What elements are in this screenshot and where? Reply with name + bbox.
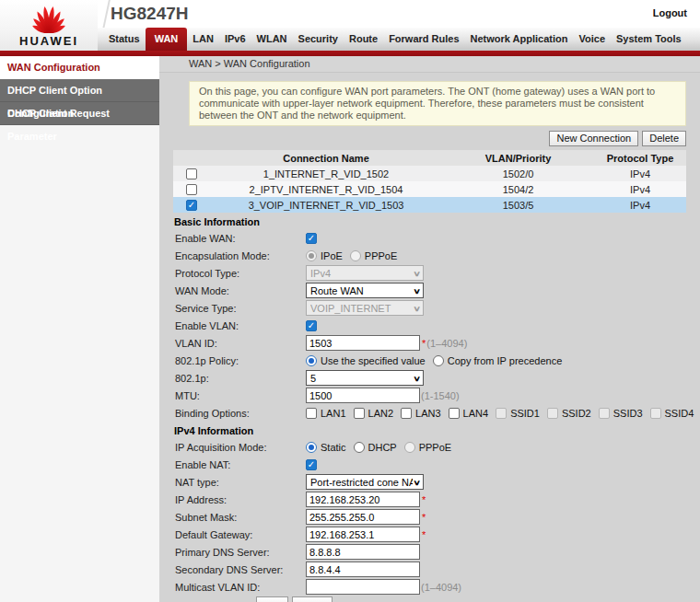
row2-vlan: 1504/2 (442, 184, 594, 195)
enable-nat-checkbox[interactable] (306, 459, 317, 470)
row2-checkbox[interactable] (186, 184, 197, 195)
encapsulation-mode-row: Encapsulation Mode: IPoE PPPoE (159, 247, 700, 264)
lan3-checkbox[interactable] (401, 408, 412, 419)
ssid1-label: SSID1 (510, 408, 540, 419)
vlan-id-label: VLAN ID: (175, 338, 306, 349)
logout-link[interactable]: Logout (653, 7, 687, 18)
vlan-id-row: VLAN ID: * (1–4094) (159, 334, 700, 352)
binding-options-label: Binding Options: (175, 408, 306, 419)
static-radio[interactable] (306, 442, 317, 453)
connections-table: Connection Name VLAN/Priority Protocol T… (173, 150, 686, 213)
apply-button[interactable] (256, 596, 288, 602)
service-type-label: Service Type: (175, 303, 306, 314)
primary-dns-input[interactable] (306, 544, 420, 560)
mtu-row: MTU: (1-1540) (159, 387, 700, 404)
vlan-id-range-hint: (1–4094) (426, 338, 467, 349)
tab-network-application[interactable]: Network Application (465, 28, 574, 51)
secondary-dns-row: Secondary DNS Server: (159, 561, 700, 578)
chevron-down-icon: ∨ (413, 269, 421, 277)
chevron-down-icon: ∨ (413, 478, 421, 486)
brand-name: HUAWEI (19, 34, 78, 48)
tab-security[interactable]: Security (293, 28, 344, 51)
tab-voice[interactable]: Voice (573, 28, 611, 51)
enable-vlan-row: Enable VLAN: (159, 317, 700, 334)
use-specified-value-radio[interactable] (306, 355, 317, 366)
use-specified-value-label: Use the specified value (321, 355, 426, 366)
8021p-policy-row: 802.1p Policy: Use the specified value C… (159, 352, 700, 369)
service-type-row: Service Type: VOIP_INTERNET ∨ (159, 299, 700, 317)
default-gateway-input[interactable] (306, 527, 420, 542)
multicast-vlan-input[interactable] (306, 579, 420, 595)
basic-information-title: Basic Information (159, 215, 700, 229)
tab-wlan[interactable]: WLAN (251, 28, 293, 51)
pppoe-radio (350, 250, 361, 261)
table-row[interactable]: 1_INTERNET_R_VID_1502 1502/0 IPv4 (173, 166, 686, 181)
lan4-checkbox[interactable] (449, 408, 460, 419)
ssid3-checkbox (599, 408, 610, 419)
sidebar-item-dhcp-client-request[interactable]: DHCP Client Request Parameter (0, 102, 159, 125)
static-radio-label: Static (321, 442, 346, 453)
vlan-id-input[interactable] (306, 335, 420, 351)
encapsulation-mode-label: Encapsulation Mode: (175, 250, 306, 261)
tab-forward-rules[interactable]: Forward Rules (383, 28, 464, 51)
lan1-checkbox[interactable] (306, 408, 317, 419)
enable-vlan-checkbox[interactable] (306, 320, 317, 331)
dhcp-radio[interactable] (354, 442, 365, 453)
secondary-dns-input[interactable] (306, 561, 420, 577)
nat-type-select[interactable]: Port-restricted cone NAT ∨ (306, 474, 424, 490)
header-vlan-priority: VLAN/Priority (442, 153, 594, 164)
subnet-mask-input[interactable] (306, 509, 420, 525)
lan3-label: LAN3 (415, 408, 441, 419)
8021p-row: 802.1p: 5 ∨ (159, 369, 700, 387)
required-asterisk: * (422, 512, 426, 523)
wan-mode-select[interactable]: Route WAN ∨ (306, 283, 424, 298)
ipoe-radio (306, 250, 317, 261)
8021p-label: 802.1p: (175, 373, 306, 384)
8021p-policy-label: 802.1p Policy: (175, 355, 306, 366)
cancel-button[interactable] (292, 596, 332, 602)
tab-lan[interactable]: LAN (187, 28, 219, 51)
dhcp-radio-label: DHCP (368, 442, 397, 453)
primary-dns-label: Primary DNS Server: (175, 547, 306, 558)
huawei-flower-icon (24, 4, 74, 33)
pppoe-mode-label: PPPoE (419, 442, 451, 453)
enable-nat-label: Enable NAT: (175, 459, 306, 470)
sidebar-item-wan-configuration[interactable]: WAN Configuration (0, 56, 159, 79)
sidebar-item-dhcp-client-option[interactable]: DHCP Client Option Configuration (0, 79, 159, 102)
tab-system-tools[interactable]: System Tools (611, 28, 687, 51)
row3-connection-name: 3_VOIP_INTERNET_R_VID_1503 (210, 200, 442, 211)
huawei-logo: HUAWEI (0, 0, 98, 51)
delete-button[interactable]: Delete (642, 131, 686, 146)
copy-from-ip-precedence-radio[interactable] (433, 355, 444, 366)
ip-address-input[interactable] (306, 492, 420, 507)
tab-ipv6[interactable]: IPv6 (219, 28, 251, 51)
header: HUAWEI HG8247H Logout Status WAN LAN IPv… (0, 0, 700, 51)
enable-vlan-label: Enable VLAN: (175, 320, 306, 331)
required-asterisk: * (422, 338, 426, 349)
table-row-selected[interactable]: 3_VOIP_INTERNET_R_VID_1503 1503/5 IPv4 (173, 197, 686, 213)
default-gateway-label: Default Gateway: (175, 529, 306, 540)
enable-wan-checkbox[interactable] (306, 233, 317, 244)
lan2-checkbox[interactable] (354, 408, 365, 419)
table-row[interactable]: 2_IPTV_INTERNET_R_VID_1504 1504/2 IPv4 (173, 181, 686, 197)
pppoe-radio-label: PPPoE (365, 250, 397, 261)
row1-connection-name: 1_INTERNET_R_VID_1502 (210, 168, 442, 179)
new-connection-button[interactable]: New Connection (549, 131, 638, 146)
ssid4-checkbox (650, 408, 661, 419)
tab-route[interactable]: Route (344, 28, 383, 51)
tab-status[interactable]: Status (103, 28, 146, 51)
8021p-select[interactable]: 5 ∨ (306, 370, 424, 386)
mtu-input[interactable] (306, 388, 420, 403)
multicast-vlan-label: Multicast VLAN ID: (175, 582, 306, 593)
main-content: WAN > WAN Configuration On this page, yo… (159, 56, 700, 602)
required-asterisk: * (422, 494, 426, 505)
mtu-range-hint: (1-1540) (421, 390, 460, 401)
lan4-label: LAN4 (463, 408, 489, 419)
tab-wan[interactable]: WAN (146, 28, 188, 51)
pppoe-mode-radio (404, 442, 415, 453)
ip-acquisition-mode-label: IP Acquisition Mode: (175, 442, 306, 453)
row1-checkbox[interactable] (186, 168, 197, 179)
enable-nat-row: Enable NAT: (159, 456, 700, 473)
row3-checkbox[interactable] (186, 200, 197, 211)
enable-wan-label: Enable WAN: (175, 233, 306, 244)
